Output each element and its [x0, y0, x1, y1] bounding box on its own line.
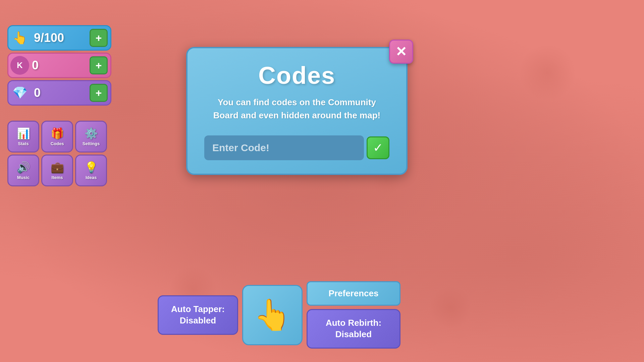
coins-bar: K 0 +	[7, 53, 111, 78]
settings-button[interactable]: ⚙️ Settings	[75, 121, 107, 153]
tap-icon-button[interactable]: 👆	[242, 285, 303, 345]
gems-icon: 💎	[8, 81, 31, 104]
nav-grid: 📊 Stats 🎁 Codes ⚙️ Settings 🔊 Music 💼 It…	[7, 121, 107, 186]
gems-value: 0	[31, 86, 90, 100]
clicks-icon: 👆	[8, 26, 31, 49]
gems-plus-button[interactable]: +	[90, 84, 108, 102]
settings-label: Settings	[83, 141, 100, 146]
codes-modal: Codes You can find codes on the Communit…	[186, 47, 408, 175]
auto-tapper-label: Auto Tapper:Disabled	[171, 304, 225, 325]
submit-code-button[interactable]: ✓	[367, 136, 389, 159]
codes-button[interactable]: 🎁 Codes	[41, 121, 73, 153]
ideas-icon: 💡	[85, 161, 98, 174]
close-icon: ✕	[395, 44, 407, 59]
currency-section: 👆 9/100 + K 0 + 💎 0 +	[7, 25, 111, 106]
coins-value: 0	[29, 58, 90, 72]
music-label: Music	[17, 175, 30, 180]
code-input[interactable]	[204, 135, 364, 160]
auto-tapper-button[interactable]: Auto Tapper:Disabled	[158, 295, 238, 335]
codes-icon: 🎁	[51, 127, 64, 140]
music-icon: 🔊	[17, 161, 30, 174]
right-buttons: Preferences Auto Rebirth:Disabled	[307, 281, 400, 349]
preferences-button[interactable]: Preferences	[307, 281, 400, 306]
auto-rebirth-label: Auto Rebirth:Disabled	[326, 318, 381, 339]
gems-bar: 💎 0 +	[7, 80, 111, 106]
music-button[interactable]: 🔊 Music	[7, 155, 39, 186]
modal-description: You can find codes on the Community Boar…	[204, 96, 389, 122]
items-icon: 💼	[51, 161, 64, 174]
preferences-label: Preferences	[329, 288, 379, 298]
hand-tap-icon: 👆	[254, 297, 291, 333]
close-button[interactable]: ✕	[389, 40, 413, 64]
stats-button[interactable]: 📊 Stats	[7, 121, 39, 153]
code-input-row: ✓	[204, 135, 389, 160]
items-button[interactable]: 💼 Items	[41, 155, 73, 186]
stats-label: Stats	[18, 141, 29, 146]
checkmark-icon: ✓	[373, 141, 383, 155]
modal-title: Codes	[204, 62, 389, 89]
auto-rebirth-button[interactable]: Auto Rebirth:Disabled	[307, 309, 400, 349]
codes-label: Codes	[51, 141, 64, 146]
coins-plus-button[interactable]: +	[90, 56, 108, 74]
clicks-plus-button[interactable]: +	[90, 29, 108, 47]
coins-icon: K	[10, 56, 29, 75]
settings-icon: ⚙️	[85, 127, 98, 140]
clicks-bar: 👆 9/100 +	[7, 25, 111, 51]
ideas-label: Ideas	[86, 175, 97, 180]
items-label: Items	[52, 175, 63, 180]
ideas-button[interactable]: 💡 Ideas	[75, 155, 107, 186]
clicks-value: 9/100	[31, 31, 90, 45]
bottom-section: Auto Tapper:Disabled 👆 Preferences Auto …	[158, 281, 400, 349]
stats-icon: 📊	[17, 127, 30, 140]
